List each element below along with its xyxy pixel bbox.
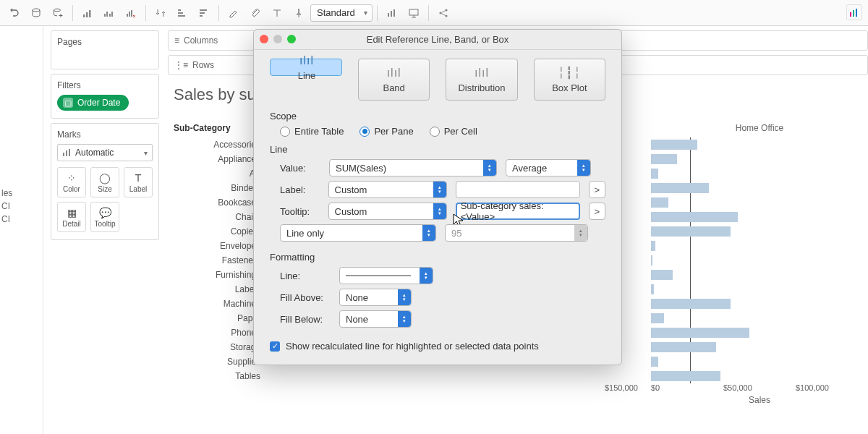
tab-band[interactable]: ılılBand xyxy=(358,59,430,101)
tooltip-text-input[interactable]: Sub-category sales:<Value> xyxy=(456,203,580,220)
row-header: Sub-Category xyxy=(174,123,231,133)
svg-rect-20 xyxy=(393,9,395,17)
svg-rect-19 xyxy=(391,11,392,17)
swap-icon[interactable] xyxy=(150,4,171,22)
scope-radios: Entire Table Per Pane Per Cell xyxy=(270,126,605,137)
bar[interactable] xyxy=(651,212,738,222)
minimize-icon[interactable] xyxy=(273,35,282,43)
scope-per-pane[interactable]: Per Pane xyxy=(359,126,413,137)
scope-entire-table[interactable]: Entire Table xyxy=(280,126,344,137)
text-icon[interactable] xyxy=(267,4,287,22)
plus-icon: ▢ xyxy=(63,98,73,108)
close-icon[interactable] xyxy=(260,35,268,43)
add-data-icon[interactable] xyxy=(48,4,68,22)
marks-color[interactable]: ⁘Color xyxy=(57,167,86,197)
boxplot-tab-icon: ╎┇╎ xyxy=(558,66,582,80)
attach-icon[interactable] xyxy=(245,4,265,22)
columns-icon: ≡ xyxy=(174,35,179,46)
scope-per-cell[interactable]: Per Cell xyxy=(430,126,477,137)
bar[interactable] xyxy=(651,154,677,164)
marks-label[interactable]: TLabel xyxy=(124,167,153,197)
data-source-icon[interactable] xyxy=(26,4,46,22)
bar[interactable] xyxy=(651,241,655,251)
highlight-icon[interactable] xyxy=(224,4,244,22)
svg-rect-11 xyxy=(131,10,132,17)
zoom-icon[interactable] xyxy=(287,35,296,43)
columns-label: Columns xyxy=(184,35,218,46)
tooltip-insert-button[interactable]: > xyxy=(589,203,605,220)
bar[interactable] xyxy=(651,270,673,280)
bar[interactable] xyxy=(651,357,658,367)
line-only-select[interactable]: Line only xyxy=(280,224,436,242)
show-me-panel-icon[interactable] xyxy=(846,4,862,20)
undo-icon[interactable] xyxy=(4,4,25,22)
bar[interactable] xyxy=(651,313,664,323)
filters-shelf[interactable]: Filters ▢Order Date xyxy=(51,74,159,119)
recalc-row[interactable]: ✓ Show recalculated line for highlighted… xyxy=(270,341,605,352)
svg-rect-8 xyxy=(111,12,113,17)
filter-pill-label: Order Date xyxy=(77,98,120,108)
share-icon[interactable] xyxy=(433,4,454,22)
present-icon[interactable] xyxy=(404,4,424,22)
edit-reference-line-dialog: Edit Reference Line, Band, or Box ılılLi… xyxy=(253,29,622,365)
marks-tooltip[interactable]: 💬Tooltip xyxy=(90,202,119,232)
svg-rect-26 xyxy=(853,10,854,17)
bar[interactable] xyxy=(651,299,731,309)
marks-card: Marks Automatic ⁘Color ◯Size TLabel ▦Det… xyxy=(51,123,159,240)
svg-rect-25 xyxy=(850,12,851,17)
svg-point-1 xyxy=(54,9,61,12)
recalc-checkbox[interactable]: ✓ xyxy=(270,341,280,352)
pin-icon[interactable] xyxy=(289,4,309,22)
fill-above-select[interactable]: None xyxy=(339,289,412,306)
bar[interactable] xyxy=(651,226,731,237)
value-field-select[interactable]: SUM(Sales) xyxy=(329,159,497,176)
svg-rect-2 xyxy=(83,14,85,17)
tab-distribution[interactable]: ılılDistribution xyxy=(446,59,517,101)
bar[interactable] xyxy=(651,197,668,208)
marks-title: Marks xyxy=(57,129,153,140)
marks-size[interactable]: ◯Size xyxy=(90,167,119,197)
svg-rect-7 xyxy=(109,14,111,17)
svg-rect-5 xyxy=(104,14,106,17)
dialog-title: Edit Reference Line, Band, or Box xyxy=(367,34,509,45)
marks-type-select[interactable]: Automatic xyxy=(57,144,153,161)
bar[interactable] xyxy=(651,255,652,265)
label-text-input[interactable] xyxy=(456,181,580,198)
tooltip-mode-select[interactable]: Custom xyxy=(328,203,447,220)
label-mode-select[interactable]: Custom xyxy=(328,181,447,198)
bar[interactable] xyxy=(651,140,697,150)
fill-below-select[interactable]: None xyxy=(339,310,412,328)
sort-desc-icon[interactable] xyxy=(194,4,214,22)
sort-asc-icon[interactable] xyxy=(172,4,192,22)
tab-boxplot[interactable]: ╎┇╎Box Plot xyxy=(534,59,605,101)
value-agg-select[interactable]: Average xyxy=(506,159,591,176)
svg-rect-29 xyxy=(66,150,67,156)
bar[interactable] xyxy=(651,328,749,338)
scope-section-label: Scope xyxy=(270,111,605,122)
xaxis-tick-prev: $150,000 xyxy=(605,383,638,392)
bar[interactable] xyxy=(651,183,709,193)
marks-detail[interactable]: ▦Detail xyxy=(57,202,86,232)
fmt-line-label: Line: xyxy=(280,271,331,281)
confidence-select: 95 xyxy=(445,224,588,242)
clear-sheet-icon[interactable] xyxy=(121,4,141,22)
tab-line[interactable]: ılılLine xyxy=(270,59,342,76)
show-me-icon[interactable] xyxy=(382,4,402,22)
bar[interactable] xyxy=(651,371,720,381)
bars-container xyxy=(651,137,868,383)
filter-pill-order-date[interactable]: ▢Order Date xyxy=(57,95,129,111)
duplicate-sheet-icon[interactable] xyxy=(99,4,119,22)
svg-point-24 xyxy=(445,14,447,17)
bar[interactable] xyxy=(651,342,716,352)
bar[interactable] xyxy=(651,284,654,294)
svg-point-0 xyxy=(33,9,40,12)
fmt-line-select[interactable] xyxy=(339,267,433,284)
bar[interactable] xyxy=(651,169,658,179)
new-sheet-icon[interactable] xyxy=(77,4,98,22)
label-label: Label: xyxy=(280,184,320,195)
label-insert-button[interactable]: > xyxy=(589,181,605,198)
pages-shelf[interactable]: Pages xyxy=(51,30,159,69)
fit-select[interactable]: Standard xyxy=(310,4,373,22)
line-section-label: Line xyxy=(270,144,605,155)
dialog-titlebar[interactable]: Edit Reference Line, Band, or Box xyxy=(254,30,621,50)
